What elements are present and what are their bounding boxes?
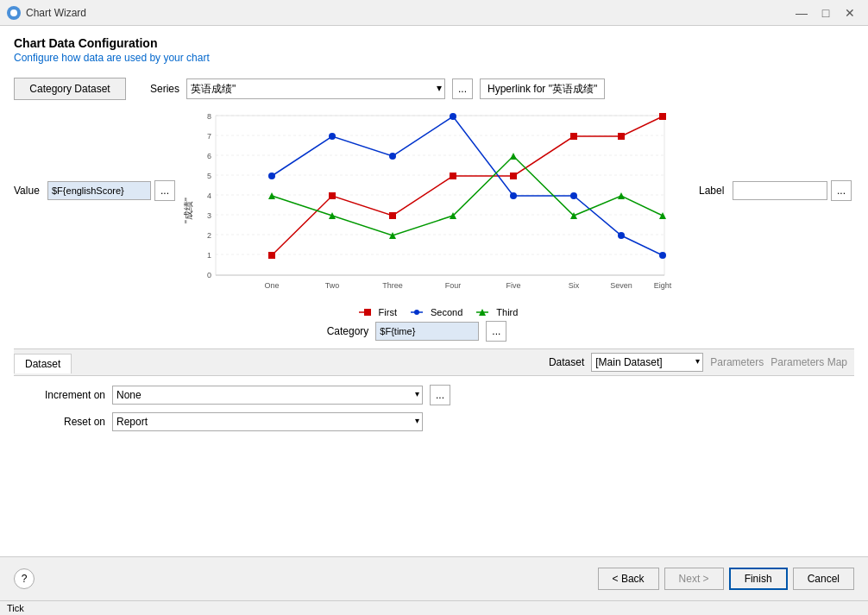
dataset-tabs-row: Dataset Dataset [Main Dataset] ▾ Paramet… [14, 349, 854, 376]
svg-point-44 [659, 252, 666, 259]
reset-label: Reset on [28, 416, 105, 428]
svg-point-56 [414, 310, 419, 315]
svg-point-40 [450, 113, 456, 120]
svg-point-41 [510, 192, 517, 199]
svg-text:"成绩": "成绩" [183, 198, 193, 223]
category-dataset-button[interactable]: Category Dataset [14, 78, 126, 100]
svg-text:Six: Six [569, 281, 580, 290]
close-button[interactable]: ✕ [839, 4, 861, 22]
value-section: Value ... [14, 107, 178, 201]
dataset-tab[interactable]: Dataset [14, 354, 72, 373]
legend-third: Third [476, 307, 518, 317]
increment-dots-button[interactable]: ... [430, 385, 450, 405]
label-input[interactable] [733, 181, 827, 200]
svg-rect-1 [216, 116, 664, 275]
svg-rect-54 [364, 309, 371, 316]
page-subtitle: Configure how data are used by your char… [14, 52, 854, 64]
back-button[interactable]: < Back [598, 568, 659, 590]
dataset-select[interactable]: [Main Dataset] [591, 353, 703, 372]
dataset-right: Dataset [Main Dataset] ▾ Parameters Para… [542, 349, 854, 375]
series-dots-button[interactable]: ... [452, 78, 473, 99]
page-title: Chart Data Configuration [14, 36, 854, 50]
label-section: Label ... [699, 107, 854, 201]
window-title: Chart Wizard [26, 7, 790, 19]
svg-point-37 [268, 173, 275, 179]
svg-rect-33 [510, 173, 517, 179]
svg-text:4: 4 [207, 191, 211, 200]
chart-svg: 8 7 6 5 4 3 2 1 0 "成绩" One Two Three [181, 107, 682, 305]
category-label: Category [327, 325, 369, 337]
chart-legend: First Second Third [181, 307, 695, 317]
svg-text:One: One [264, 281, 279, 290]
svg-text:1: 1 [207, 251, 211, 260]
main-content: Chart Data Configuration Configure how d… [0, 26, 868, 615]
svg-rect-30 [329, 192, 336, 199]
status-bar: Tick [0, 600, 868, 615]
help-button[interactable]: ? [14, 568, 35, 589]
window-controls: — □ ✕ [790, 4, 861, 22]
reset-row: Reset on Report ▾ [28, 412, 840, 431]
svg-rect-29 [268, 252, 275, 259]
svg-text:5: 5 [207, 172, 211, 180]
legend-second: Second [411, 307, 462, 317]
minimize-button[interactable]: — [790, 4, 813, 22]
svg-text:Eight: Eight [654, 281, 672, 290]
increment-label: Increment on [28, 389, 105, 401]
label-label: Label [699, 185, 729, 197]
svg-point-39 [389, 153, 396, 160]
label-row: Label ... [699, 180, 854, 201]
app-icon [7, 6, 21, 20]
svg-rect-35 [618, 133, 625, 140]
maximize-button[interactable]: □ [815, 4, 837, 22]
finish-button[interactable]: Finish [729, 568, 788, 590]
parameters-link[interactable]: Parameters [710, 356, 764, 368]
dataset-body: Increment on None ▾ ... Reset on Report [14, 376, 854, 447]
reset-select[interactable]: Report [112, 412, 423, 431]
svg-text:Three: Three [382, 281, 403, 290]
status-text: Tick [7, 603, 24, 613]
parameters-map-link[interactable]: Parameters Map [771, 356, 847, 368]
dataset-label: Dataset [549, 356, 584, 368]
svg-text:Seven: Seven [610, 281, 632, 290]
svg-rect-31 [389, 212, 396, 219]
value-dots-button[interactable]: ... [154, 180, 175, 201]
value-label: Value [14, 185, 44, 197]
dataset-section: Dataset Dataset [Main Dataset] ▾ Paramet… [14, 348, 854, 447]
svg-point-38 [329, 133, 336, 140]
svg-text:0: 0 [207, 271, 211, 279]
svg-rect-36 [659, 113, 666, 120]
config-area: Category Dataset Series 英语成绩" ▾ ... Hype… [0, 71, 868, 556]
svg-text:8: 8 [207, 112, 211, 121]
svg-text:7: 7 [207, 132, 211, 141]
header-section: Chart Data Configuration Configure how d… [0, 26, 868, 71]
label-dots-button[interactable]: ... [831, 180, 852, 201]
category-row: Category ... [0, 321, 854, 342]
footer-right: < Back Next > Finish Cancel [598, 568, 854, 590]
increment-row: Increment on None ▾ ... [28, 385, 840, 405]
value-input[interactable] [47, 181, 151, 200]
svg-text:Five: Five [506, 281, 520, 290]
svg-text:6: 6 [207, 152, 211, 160]
title-bar: Chart Wizard — □ ✕ [0, 0, 868, 26]
footer-left: ? [14, 568, 35, 589]
series-label: Series [150, 83, 179, 95]
svg-text:Two: Two [325, 281, 340, 290]
legend-first: First [359, 307, 397, 317]
svg-text:2: 2 [207, 231, 211, 240]
svg-text:Four: Four [445, 281, 462, 290]
svg-rect-32 [450, 173, 456, 179]
increment-select[interactable]: None [112, 386, 423, 405]
category-dots-button[interactable]: ... [486, 321, 506, 342]
category-input[interactable] [375, 322, 479, 341]
svg-rect-34 [570, 133, 577, 140]
svg-text:3: 3 [207, 211, 211, 220]
footer: ? < Back Next > Finish Cancel [0, 556, 868, 600]
svg-point-42 [570, 192, 577, 199]
value-row: Value ... [14, 180, 178, 201]
svg-point-0 [10, 9, 17, 16]
next-button[interactable]: Next > [664, 568, 724, 590]
series-select[interactable]: 英语成绩" [186, 78, 445, 99]
svg-point-43 [618, 232, 625, 239]
cancel-button[interactable]: Cancel [793, 568, 854, 590]
hyperlink-button[interactable]: Hyperlink for "英语成绩" [480, 78, 605, 99]
